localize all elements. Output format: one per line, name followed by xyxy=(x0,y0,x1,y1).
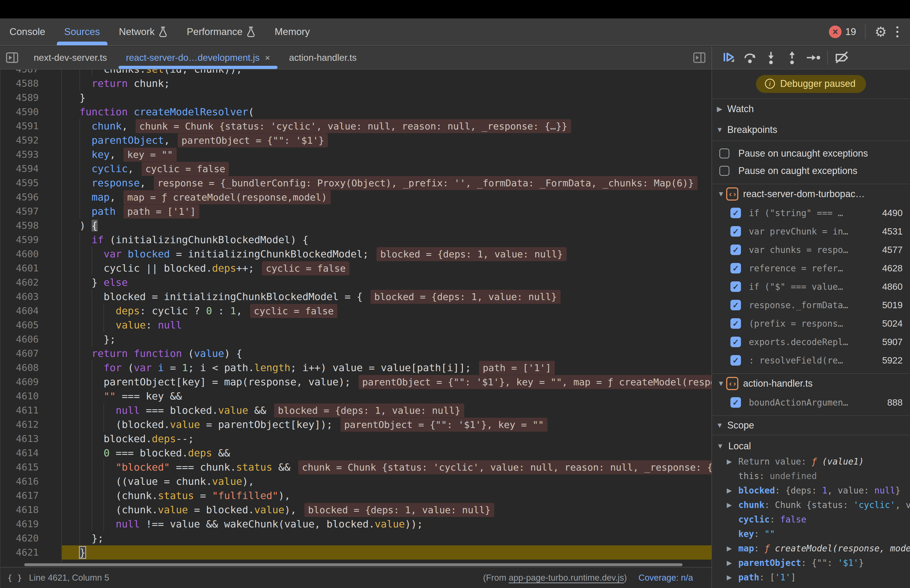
code-line-content[interactable]: var blocked = initializingChunkBlockedMo… xyxy=(61,247,712,261)
code-line-content[interactable]: response,response = {_bundlerConfig: Pro… xyxy=(61,176,712,190)
source-map-link[interactable]: app-page-turbo.runtime.dev.js xyxy=(509,573,624,583)
code-line-content[interactable]: ((value = chunk.value), xyxy=(61,474,712,488)
code-line-content[interactable]: value: null xyxy=(61,318,712,332)
code-line-content[interactable]: (blocked.value = parentObject[key]);pare… xyxy=(61,417,712,432)
code-line-content[interactable]: deps: cyclic ? 0 : 1,cyclic = false xyxy=(61,304,712,318)
chevron-right-icon[interactable]: ▶ xyxy=(727,501,738,509)
scope-local-header[interactable]: ▼ Local xyxy=(712,438,910,454)
chevron-right-icon[interactable]: ▶ xyxy=(727,573,738,581)
gutter-line-number[interactable]: 4597 xyxy=(0,204,61,218)
breakpoint-item[interactable]: ✓: resolveField(re…5922 xyxy=(712,351,910,370)
code-line-content[interactable]: for (var i = 1; i < path.length; i++) va… xyxy=(61,360,712,375)
breakpoint-snippet[interactable]: response._formData… xyxy=(749,300,882,310)
checkbox-checked[interactable]: ✓ xyxy=(731,337,741,347)
breakpoint-snippet[interactable]: var prevChunk = in… xyxy=(749,226,882,237)
checkbox-unchecked[interactable] xyxy=(719,166,729,176)
breakpoint-item[interactable]: ✓response._formData…5019 xyxy=(712,296,910,314)
coverage-link[interactable]: Coverage: n/a xyxy=(638,573,693,583)
gutter-line-number[interactable]: 4613 xyxy=(0,432,61,446)
gutter-line-number[interactable]: 4608 xyxy=(0,360,61,375)
checkbox-checked[interactable]: ✓ xyxy=(731,318,741,329)
panel-tab-console[interactable]: Console xyxy=(0,18,55,45)
gutter-line-number[interactable]: 4612 xyxy=(0,417,61,432)
code-line-content[interactable]: "" === key && xyxy=(61,389,712,403)
collapse-debugger-sidebar-button[interactable] xyxy=(687,46,711,69)
gutter-line-number[interactable]: 4617 xyxy=(0,488,61,503)
gutter-line-number[interactable]: 4614 xyxy=(0,446,61,460)
gutter-line-number[interactable]: 4604 xyxy=(0,304,61,318)
gutter-line-number[interactable]: 4589 xyxy=(0,90,61,105)
panel-tab-sources[interactable]: Sources xyxy=(55,18,110,45)
scope-entry[interactable]: ▶map: ƒ createModel(response, model) xyxy=(712,541,910,556)
file-tab[interactable]: next-dev-server.ts xyxy=(24,46,116,69)
panel-tab-network[interactable]: Network xyxy=(110,18,178,45)
breakpoint-item[interactable]: ✓if ("$" === value…4860 xyxy=(712,278,910,296)
breakpoint-snippet[interactable]: exports.decodeRepl… xyxy=(749,337,882,347)
horizontal-scrollbar-thumb[interactable] xyxy=(24,563,682,566)
exception-checkbox-row[interactable]: Pause on uncaught exceptions xyxy=(712,145,910,162)
gutter-line-number[interactable]: 4596 xyxy=(0,190,61,204)
code-line-content[interactable]: pathpath = ['1'] xyxy=(61,204,712,218)
deactivate-breakpoints-button[interactable] xyxy=(832,49,852,66)
code-line-content[interactable]: function createModelResolver( xyxy=(61,105,712,119)
code-line-content[interactable]: 0 === blocked.deps && xyxy=(61,446,712,460)
step-into-button[interactable] xyxy=(761,49,781,66)
checkbox-checked[interactable]: ✓ xyxy=(731,263,741,273)
panel-tab-memory[interactable]: Memory xyxy=(265,18,319,45)
breakpoints-section-header[interactable]: ▼ Breakpoints xyxy=(712,119,910,141)
code-editor[interactable]: 4587 chunks.set(id, chunk));4588 return … xyxy=(0,69,711,588)
chevron-right-icon[interactable]: ▶ xyxy=(727,487,738,494)
breakpoint-snippet[interactable]: var chunks = respo… xyxy=(749,245,882,255)
checkbox-checked[interactable]: ✓ xyxy=(731,281,741,292)
breakpoint-item[interactable]: ✓if ("string" === …4490 xyxy=(712,204,910,222)
breakpoint-item[interactable]: ✓var chunks = respo…4577 xyxy=(712,241,910,259)
code-line-content[interactable]: key,key = "" xyxy=(61,147,712,162)
gutter-line-number[interactable]: 4611 xyxy=(0,403,61,417)
scope-section-header[interactable]: ▼ Scope xyxy=(712,416,910,435)
more-options-menu-icon[interactable] xyxy=(894,25,901,39)
breakpoint-snippet[interactable]: if ("$" === value… xyxy=(749,282,882,292)
breakpoint-item[interactable]: ✓var prevChunk = in…4531 xyxy=(712,222,910,241)
code-line-content[interactable]: return chunk; xyxy=(61,76,712,90)
code-line-content[interactable]: function createServerReferenceProxy(resp… xyxy=(61,560,712,562)
scope-entry[interactable]: ▶path: ['1'] xyxy=(712,570,910,585)
chevron-right-icon[interactable]: ▶ xyxy=(727,544,738,552)
settings-gear-icon[interactable]: ⚙ xyxy=(874,25,887,39)
gutter-line-number[interactable]: 4605 xyxy=(0,318,61,332)
gutter-line-number[interactable]: 4607 xyxy=(0,346,61,360)
resume-button[interactable] xyxy=(719,49,738,66)
scope-entry[interactable]: ▶blocked: {deps: 1, value: null} xyxy=(712,483,910,498)
code-line-content[interactable]: return function (value) { xyxy=(61,346,712,360)
gutter-line-number[interactable]: 4606 xyxy=(0,332,61,346)
breakpoint-group-header[interactable]: ▼‹›react-server-dom-turbopac… xyxy=(712,184,910,204)
breakpoint-snippet[interactable]: reference = refer… xyxy=(749,263,882,273)
breakpoint-item[interactable]: ✓(prefix = respons…5024 xyxy=(712,314,910,333)
code-line-content[interactable]: blocked.deps--; xyxy=(61,432,712,446)
code-line-content[interactable]: parentObject[key] = map(response, value)… xyxy=(61,375,712,389)
code-line-content[interactable]: } xyxy=(61,545,712,560)
gutter-line-number[interactable]: 4593 xyxy=(0,147,61,162)
watch-section-header[interactable]: ▶ Watch xyxy=(712,99,910,119)
gutter-line-number[interactable]: 4592 xyxy=(0,133,61,147)
gutter-line-number[interactable]: 4620 xyxy=(0,531,61,545)
code-line-content[interactable]: "blocked" === chunk.status &&chunk = Chu… xyxy=(61,460,712,474)
gutter-line-number[interactable]: 4590 xyxy=(0,105,61,119)
exception-checkbox-row[interactable]: Pause on caught exceptions xyxy=(712,162,910,179)
checkbox-checked[interactable]: ✓ xyxy=(731,300,741,310)
panel-tab-performance[interactable]: Performance xyxy=(177,18,265,45)
chevron-right-icon[interactable]: ▶ xyxy=(727,559,738,567)
gutter-line-number[interactable]: 4610 xyxy=(0,389,61,403)
gutter-line-number[interactable]: 4601 xyxy=(0,261,61,275)
breakpoint-item[interactable]: ✓boundActionArgumen…888 xyxy=(712,393,910,412)
breakpoint-item[interactable]: ✓reference = refer…4628 xyxy=(712,259,910,278)
code-line-content[interactable]: ) { xyxy=(61,218,712,233)
scope-entry[interactable]: ▶response: {_bundlerConfig: Proxy(Object… xyxy=(712,585,910,588)
breakpoint-snippet[interactable]: if ("string" === … xyxy=(749,208,882,218)
gutter-line-number[interactable]: 4598 xyxy=(0,218,61,233)
checkbox-checked[interactable]: ✓ xyxy=(731,244,741,255)
gutter-line-number[interactable]: 4618 xyxy=(0,503,61,517)
scope-entry[interactable]: ▶Return value: ƒ (value1) xyxy=(712,454,910,469)
step-button[interactable] xyxy=(803,49,823,66)
code-line-content[interactable]: blocked = initializingChunkBlockedModel … xyxy=(61,289,712,304)
breakpoint-snippet[interactable]: boundActionArgumen… xyxy=(749,397,887,408)
